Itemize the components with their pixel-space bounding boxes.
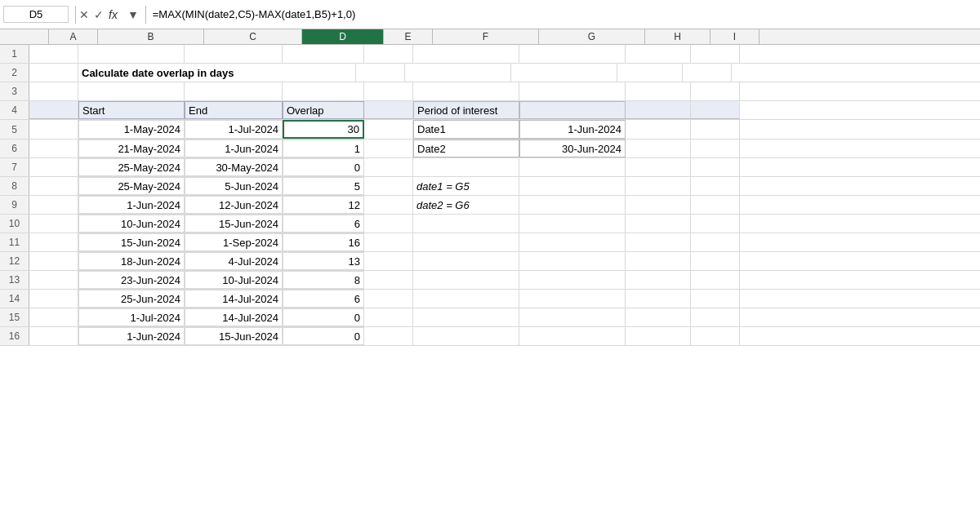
cell-a1[interactable] (29, 45, 78, 63)
confirm-icon[interactable]: ✓ (94, 8, 104, 21)
cell-h4[interactable] (626, 101, 691, 119)
cell-f5-date1-label[interactable]: Date1 (413, 120, 519, 139)
cell-a2[interactable] (29, 64, 78, 82)
cell-b11[interactable]: 15-Jun-2024 (78, 233, 185, 251)
cell-c3[interactable] (185, 82, 283, 100)
cell-i5[interactable] (691, 120, 740, 139)
cell-i7[interactable] (691, 158, 740, 176)
cell-b14[interactable]: 25-Jun-2024 (78, 290, 185, 308)
formula-dropdown-icon[interactable]: ▼ (127, 8, 139, 21)
cell-i2[interactable] (683, 64, 732, 82)
cell-f1[interactable] (413, 45, 519, 63)
cell-d5-selected[interactable]: 30 (283, 120, 364, 139)
cell-g9[interactable] (519, 196, 626, 214)
cell-h2[interactable] (617, 64, 683, 82)
cell-e5[interactable] (364, 120, 413, 139)
cell-e14[interactable] (364, 290, 413, 308)
cell-g5-date1-value[interactable]: 1-Jun-2024 (519, 120, 626, 139)
cell-g10[interactable] (519, 215, 626, 233)
cell-h6[interactable] (626, 140, 691, 157)
cell-h1[interactable] (626, 45, 691, 63)
cell-h12[interactable] (626, 252, 691, 270)
cell-d8[interactable]: 5 (283, 177, 364, 195)
cell-d10[interactable]: 6 (283, 215, 364, 233)
cell-e11[interactable] (364, 233, 413, 251)
cell-h9[interactable] (626, 196, 691, 214)
cell-b5[interactable]: 1-May-2024 (78, 120, 185, 139)
cell-b13[interactable]: 23-Jun-2024 (78, 271, 185, 289)
cell-h5[interactable] (626, 120, 691, 139)
cell-i16[interactable] (691, 327, 740, 345)
cell-f10[interactable] (413, 215, 519, 233)
col-header-a[interactable]: A (49, 29, 98, 44)
col-header-f[interactable]: F (433, 29, 539, 44)
col-header-b[interactable]: B (98, 29, 204, 44)
cell-b4-header[interactable]: Start (78, 101, 185, 119)
cell-a4[interactable] (29, 101, 78, 119)
cell-g7[interactable] (519, 158, 626, 176)
cell-g11[interactable] (519, 233, 626, 251)
cell-i6[interactable] (691, 140, 740, 157)
cell-f6-date2-label[interactable]: Date2 (413, 140, 519, 157)
cell-e3[interactable] (364, 82, 413, 100)
cell-i9[interactable] (691, 196, 740, 214)
cell-f3[interactable] (413, 82, 519, 100)
cell-reference-box[interactable]: D5 (3, 6, 69, 23)
cell-c4-header[interactable]: End (185, 101, 283, 119)
cell-h3[interactable] (626, 82, 691, 100)
cell-f12[interactable] (413, 252, 519, 270)
cell-e8[interactable] (364, 177, 413, 195)
cell-h16[interactable] (626, 327, 691, 345)
cell-b8[interactable]: 25-May-2024 (78, 177, 185, 195)
cell-h13[interactable] (626, 271, 691, 289)
cell-i15[interactable] (691, 308, 740, 326)
col-header-e[interactable]: E (384, 29, 433, 44)
cell-i3[interactable] (691, 82, 740, 100)
cell-c7[interactable]: 30-May-2024 (185, 158, 283, 176)
cell-a16[interactable] (29, 327, 78, 345)
cell-c1[interactable] (185, 45, 283, 63)
cell-e1[interactable] (364, 45, 413, 63)
cell-e4[interactable] (364, 101, 413, 119)
cell-c8[interactable]: 5-Jun-2024 (185, 177, 283, 195)
cell-d12[interactable]: 13 (283, 252, 364, 270)
col-header-c[interactable]: C (204, 29, 302, 44)
cell-c15[interactable]: 14-Jul-2024 (185, 308, 283, 326)
cell-d9[interactable]: 12 (283, 196, 364, 214)
cell-b6[interactable]: 21-May-2024 (78, 140, 185, 157)
cell-e10[interactable] (364, 215, 413, 233)
cell-f15[interactable] (413, 308, 519, 326)
cell-d14[interactable]: 6 (283, 290, 364, 308)
cell-h15[interactable] (626, 308, 691, 326)
col-header-g[interactable]: G (539, 29, 645, 44)
cell-i11[interactable] (691, 233, 740, 251)
cell-i13[interactable] (691, 271, 740, 289)
cell-d4-header[interactable]: Overlap (283, 101, 364, 119)
cell-i12[interactable] (691, 252, 740, 270)
cell-i14[interactable] (691, 290, 740, 308)
cell-i4[interactable] (691, 101, 740, 119)
cell-e7[interactable] (364, 158, 413, 176)
cell-h7[interactable] (626, 158, 691, 176)
cell-g16[interactable] (519, 327, 626, 345)
cell-d6[interactable]: 1 (283, 140, 364, 157)
cell-f16[interactable] (413, 327, 519, 345)
cell-e15[interactable] (364, 308, 413, 326)
cell-c6[interactable]: 1-Jun-2024 (185, 140, 283, 157)
cell-b3[interactable] (78, 82, 185, 100)
cell-g8[interactable] (519, 177, 626, 195)
cell-c14[interactable]: 14-Jul-2024 (185, 290, 283, 308)
cell-h8[interactable] (626, 177, 691, 195)
cell-c13[interactable]: 10-Jul-2024 (185, 271, 283, 289)
cell-g6-date2-value[interactable]: 30-Jun-2024 (519, 140, 626, 157)
col-header-h[interactable]: H (645, 29, 710, 44)
cell-g1[interactable] (519, 45, 626, 63)
cell-b16[interactable]: 1-Jun-2024 (78, 327, 185, 345)
cell-a14[interactable] (29, 290, 78, 308)
cell-a7[interactable] (29, 158, 78, 176)
cell-g14[interactable] (519, 290, 626, 308)
formula-input[interactable] (149, 7, 977, 22)
col-header-i[interactable]: I (710, 29, 760, 44)
cell-d3[interactable] (283, 82, 364, 100)
cell-f14[interactable] (413, 290, 519, 308)
